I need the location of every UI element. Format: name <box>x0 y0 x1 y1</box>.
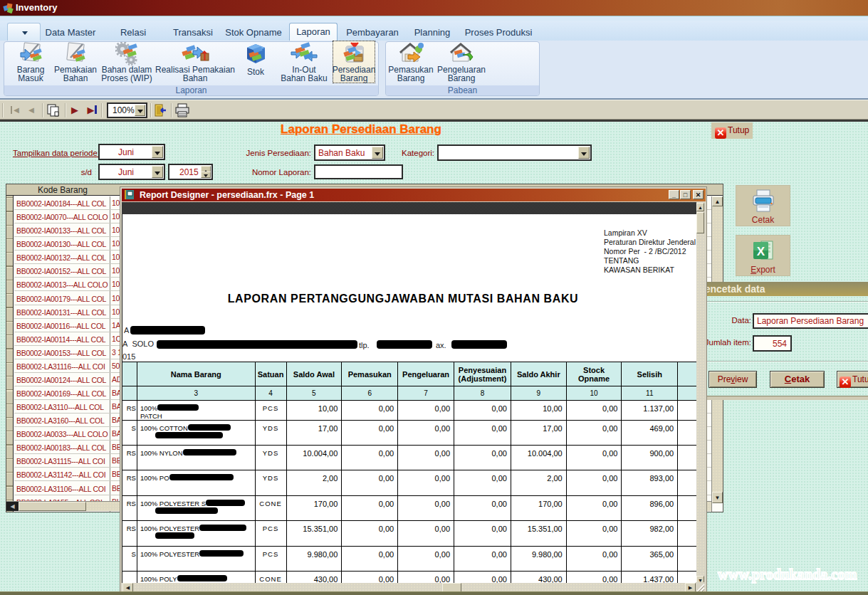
svg-text:X: X <box>756 245 765 258</box>
